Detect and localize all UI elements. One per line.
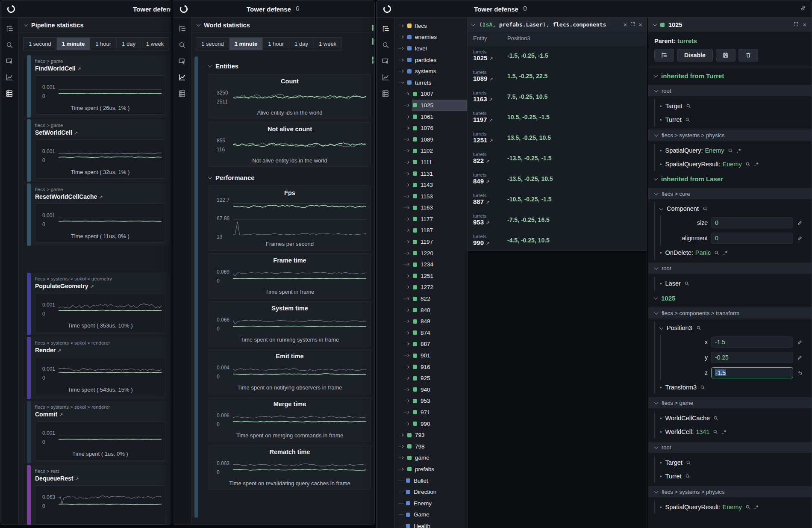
entity-link[interactable]: 1197 ↗ [473, 116, 507, 124]
chevron-right-icon[interactable] [402, 434, 406, 436]
search-icon[interactable] [713, 416, 719, 421]
time-tab[interactable]: 1 week [314, 38, 341, 50]
column-header-position3[interactable]: Position3 [507, 35, 530, 41]
chevron-down-icon[interactable] [24, 22, 28, 27]
pencil-button[interactable] [797, 235, 803, 241]
component-item-Turret[interactable]: • Turret [655, 469, 812, 483]
chart-title-link[interactable]: Render ↗ [35, 346, 165, 355]
chevron-down-icon[interactable] [402, 82, 406, 84]
chevron-right-icon[interactable] [407, 332, 412, 334]
delete-button[interactable] [738, 49, 758, 62]
tree-item-flecs[interactable]: flecs [395, 20, 467, 32]
component-item-SpatialQuery[interactable]: • SpatialQuery: Enemy .* [655, 144, 812, 157]
tree-item-1187[interactable]: 1187 [395, 225, 467, 236]
expand-icon[interactable] [793, 21, 799, 29]
tree-item-1153[interactable]: 1153 [395, 191, 467, 202]
tree-item-Direction[interactable]: Direction [395, 486, 467, 498]
sidebar-tree-button[interactable] [380, 24, 391, 34]
time-tab[interactable]: 1 day [117, 38, 141, 50]
expand-icon[interactable] [630, 21, 635, 28]
inspector-section-bar[interactable]: root [648, 442, 812, 453]
search-icon[interactable] [700, 385, 706, 390]
time-tab[interactable]: 1 minute [229, 38, 263, 50]
tree-item-1025[interactable]: 1025 [395, 100, 467, 111]
undo-button[interactable] [797, 370, 803, 376]
field-input-size[interactable]: 0 [711, 217, 793, 228]
tree-item-798[interactable]: 798 [395, 441, 467, 452]
tree-item-1111[interactable]: 1111 [395, 156, 467, 168]
component-item-Transform3[interactable]: • Transform3 [655, 381, 812, 394]
inspector-section-bar[interactable]: flecs > systems > physics [648, 130, 812, 141]
tree-item-840[interactable]: 840 [395, 304, 467, 316]
tree-item-793[interactable]: 793 [395, 429, 467, 441]
chevron-right-icon[interactable] [407, 104, 412, 106]
search-icon[interactable] [703, 206, 708, 212]
sidebar-chart-button[interactable] [4, 72, 15, 83]
sidebar-chart-button[interactable] [177, 72, 187, 83]
tree-item-prefabs[interactable]: prefabs [395, 463, 467, 475]
disable-button[interactable]: Disable [677, 49, 713, 62]
chevron-right-icon[interactable] [402, 47, 406, 50]
column-header-entity[interactable]: Entity [473, 35, 507, 41]
entity-link[interactable]: 1089 ↗ [473, 75, 507, 83]
chevron-right-icon[interactable] [407, 139, 412, 141]
chevron-right-icon[interactable] [407, 343, 412, 345]
chevron-right-icon[interactable] [402, 36, 406, 38]
query-result-row[interactable]: turrets 822 ↗ -13.5, -0.25, -1.5 [468, 148, 647, 168]
chevron-down-icon[interactable] [471, 22, 476, 26]
inspector-section-bar[interactable]: flecs > game [648, 397, 812, 408]
pair-wildcard-icon[interactable]: .* [754, 161, 759, 168]
sidebar-pipeline-button[interactable] [177, 88, 187, 99]
tree-item-1251[interactable]: 1251 [395, 270, 467, 282]
pair-wildcard-icon[interactable]: .* [754, 504, 759, 510]
tree-item-1131[interactable]: 1131 [395, 168, 467, 180]
tree-item-1163[interactable]: 1163 [395, 202, 467, 214]
tree-item-1143[interactable]: 1143 [395, 179, 467, 191]
section-header-entities[interactable]: Entities [209, 62, 374, 70]
chevron-right-icon[interactable] [407, 366, 412, 368]
component-item-Target[interactable]: • Target [655, 456, 812, 469]
chevron-down-icon[interactable] [208, 63, 212, 68]
entity-link[interactable]: 953 ↗ [473, 219, 507, 226]
chevron-right-icon[interactable] [407, 252, 412, 254]
titlebar[interactable]: Tower defense [0, 0, 171, 18]
search-icon[interactable] [684, 281, 690, 286]
chart-title-link[interactable]: Commit ↗ [35, 410, 165, 419]
chevron-right-icon[interactable] [407, 218, 412, 220]
query-header[interactable]: (IsA, prefabs.Laser), flecs.components ×… [468, 18, 647, 32]
tree-item-Bullet[interactable]: Bullet [395, 475, 467, 487]
titlebar[interactable]: Tower defense [377, 0, 812, 18]
component-item-WorldCell[interactable]: • WorldCell: 1341 .* [655, 425, 812, 439]
tree-item-level[interactable]: level [395, 43, 467, 54]
tree-item-1076[interactable]: 1076 [395, 122, 467, 134]
chevron-right-icon[interactable] [407, 127, 412, 129]
sidebar-inspect-button[interactable] [177, 56, 187, 66]
field-input-x[interactable]: -1.5 [711, 336, 793, 348]
sidebar-search-button[interactable] [177, 40, 187, 50]
inspector-section-bar[interactable]: flecs > systems > physics [648, 486, 812, 497]
sidebar-inspect-button[interactable] [380, 56, 391, 66]
tree-item-1102[interactable]: 1102 [395, 145, 467, 157]
inspector-group-header[interactable]: 1025 [648, 290, 812, 304]
tree-item-game[interactable]: game [395, 452, 467, 464]
chevron-right-icon[interactable] [407, 229, 412, 231]
chevron-right-icon[interactable] [407, 161, 412, 163]
pair-wildcard-icon[interactable]: .* [737, 147, 741, 154]
chevron-right-icon[interactable] [407, 116, 412, 118]
chevron-right-icon[interactable] [407, 309, 412, 311]
chevron-right-icon[interactable] [407, 286, 412, 288]
tree-item-Health[interactable]: Health [395, 520, 467, 528]
clear-query-icon[interactable]: × [623, 21, 627, 28]
tree-item-971[interactable]: 971 [395, 407, 467, 418]
chevron-down-icon[interactable] [197, 22, 201, 27]
sidebar-search-button[interactable] [4, 40, 15, 50]
field-input-z[interactable]: -1.5 [711, 367, 793, 378]
chevron-right-icon[interactable] [407, 263, 412, 265]
tree-item-925[interactable]: 925 [395, 372, 467, 384]
time-tab[interactable]: 1 second [24, 38, 57, 50]
query-result-row[interactable]: turrets 1089 ↗ 1.5, -0.25, 22.5 [468, 66, 647, 86]
query-result-row[interactable]: turrets 1197 ↗ 10.5, -0.25, -1.5 [468, 107, 647, 127]
tree-item-particles[interactable]: particles [395, 54, 467, 66]
tree-item-1177[interactable]: 1177 [395, 213, 467, 225]
chevron-right-icon[interactable] [402, 25, 406, 27]
